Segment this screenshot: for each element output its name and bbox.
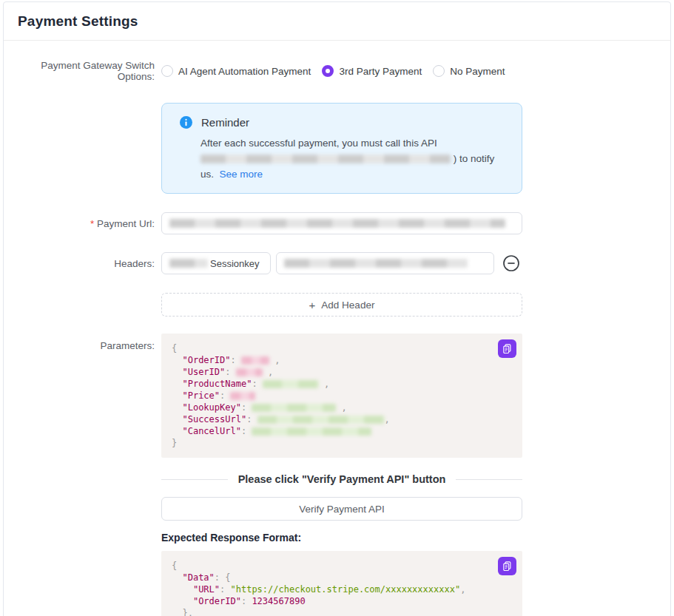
code-token (172, 379, 182, 389)
code-token: { (172, 343, 177, 353)
gateway-switch-row: Payment Gateway Switch Options: AI Agent… (4, 60, 670, 82)
gateway-options-group: AI Agent Automation Payment 3rd Party Pa… (161, 65, 505, 77)
verify-payment-api-button[interactable]: Verify Payment API (161, 497, 522, 521)
code-token (172, 426, 182, 436)
code-line: "OrderID": , (172, 354, 512, 366)
plus-icon: + (309, 299, 316, 311)
radio-3rd-party-payment[interactable]: 3rd Party Payment (322, 65, 422, 77)
code-token (172, 572, 182, 583)
expected-response-format-label: Expected Response Format: (161, 532, 301, 544)
redacted-payment-url (169, 219, 505, 228)
code-token: "LookupKey" (182, 402, 240, 413)
headers-label: Headers: (4, 258, 161, 269)
code-line: "URL": "https://checkout.stripe.com/xxxx… (172, 583, 512, 595)
copy-response-button[interactable] (498, 557, 516, 575)
add-header-row: + Add Header (4, 293, 670, 317)
radio-selected-icon[interactable] (322, 65, 334, 77)
reminder-line3: us. See more (200, 167, 505, 182)
code-token (172, 355, 182, 365)
code-line: "CancelUrl": (172, 425, 512, 437)
code-token: , (319, 379, 329, 389)
code-token: : (252, 379, 262, 389)
code-line: "UserID": , (172, 366, 512, 378)
code-token: : (230, 355, 240, 365)
reminder-line1: After each successful payment, you must … (200, 136, 505, 151)
code-token (172, 402, 182, 413)
reminder-alert: Reminder After each successful payment, … (161, 103, 522, 194)
card-header: Payment Settings (4, 2, 670, 41)
redacted-value (241, 356, 269, 365)
redacted-header-key-prefix (169, 259, 208, 268)
redacted-header-value (284, 259, 468, 268)
remove-header-button[interactable] (502, 254, 520, 272)
redacted-api-url (200, 155, 451, 163)
code-token: }, (182, 608, 192, 616)
reminder-row: Reminder After each successful payment, … (4, 103, 670, 194)
divider-line-left (161, 479, 228, 480)
code-token: : (225, 367, 235, 377)
reminder-title: Reminder (201, 116, 249, 129)
payment-url-input[interactable] (161, 212, 522, 234)
copy-icon (502, 343, 513, 354)
code-token: , (263, 367, 273, 377)
code-line: "Data": { (172, 572, 512, 583)
code-token: "ProductName" (182, 379, 252, 389)
code-line: "LookupKey": , (172, 402, 512, 413)
header-value-input[interactable] (276, 252, 494, 274)
radio-unselected-icon[interactable] (161, 65, 173, 77)
see-more-link[interactable]: See more (220, 169, 263, 180)
instruction-divider-row: Please click "Verify Payment API" button (4, 473, 670, 485)
redacted-value (252, 404, 336, 412)
payment-url-row: * Payment Url: (4, 212, 670, 234)
redacted-value (252, 427, 371, 436)
radio-label: AI Agent Automation Payment (178, 66, 311, 77)
redacted-value (257, 416, 385, 424)
code-token: , (336, 402, 346, 413)
header-key-text: Sessionkey (210, 258, 259, 269)
radio-label: 3rd Party Payment (339, 66, 422, 77)
code-token: "URL" (193, 584, 220, 595)
minus-circle-icon (502, 254, 520, 272)
code-token: } (172, 438, 177, 448)
code-token (172, 584, 193, 595)
radio-label: No Payment (450, 66, 505, 77)
radio-ai-agent-automation-payment[interactable]: AI Agent Automation Payment (161, 65, 311, 77)
copy-icon (502, 561, 513, 572)
response-label-row: Expected Response Format: (4, 532, 670, 544)
code-token: "Price" (182, 390, 220, 401)
header-key-input[interactable]: Sessionkey (161, 252, 271, 274)
code-line: "ProductName": , (172, 378, 512, 390)
code-token: { (172, 561, 177, 571)
info-icon (180, 116, 192, 129)
reminder-line2: ) to notify (200, 152, 505, 166)
code-token: , (269, 355, 280, 365)
code-token: : (220, 390, 230, 401)
code-line: "SuccessUrl": , (172, 413, 512, 425)
code-line: }, (172, 607, 512, 616)
code-token: , (460, 584, 465, 595)
code-token: "https://checkout.stripe.com/xxxxxxxxxxx… (230, 584, 460, 595)
code-token: "OrderID" (182, 355, 230, 365)
code-token (172, 608, 182, 616)
code-token: "CancelUrl" (182, 426, 240, 436)
code-token (172, 367, 182, 377)
payment-url-label: * Payment Url: (4, 218, 161, 229)
code-token: : (241, 596, 252, 606)
radio-no-payment[interactable]: No Payment (433, 65, 505, 77)
response-code-block: { "Data": { "URL": "https://checkout.str… (161, 551, 522, 616)
redacted-value (263, 380, 319, 388)
instruction-divider: Please click "Verify Payment API" button (161, 473, 522, 485)
copy-parameters-button[interactable] (498, 339, 516, 358)
add-header-label: Add Header (321, 299, 374, 311)
headers-row: Headers: Sessionkey (4, 252, 670, 274)
gateway-options-label: Payment Gateway Switch Options: (4, 60, 161, 82)
response-code-row: { "Data": { "URL": "https://checkout.str… (4, 551, 670, 616)
code-token (172, 414, 182, 424)
code-token: "SuccessUrl" (182, 414, 246, 424)
radio-unselected-icon[interactable] (433, 65, 445, 77)
code-line: } (172, 437, 512, 449)
add-header-button[interactable]: + Add Header (161, 293, 522, 317)
verify-instruction-text: Please click "Verify Payment API" button (228, 473, 456, 485)
code-token: "Data" (182, 572, 214, 583)
code-token: : (241, 426, 252, 436)
